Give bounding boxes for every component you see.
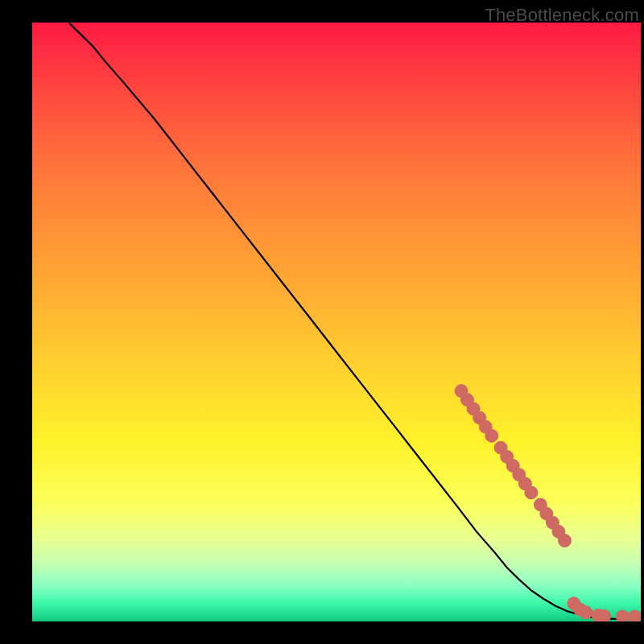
data-point [485, 429, 498, 442]
data-point [616, 610, 629, 621]
markers-group [455, 385, 641, 621]
chart-svg [32, 23, 641, 621]
data-point [525, 486, 538, 499]
plot-area [32, 23, 641, 621]
data-point [628, 610, 641, 621]
data-point [580, 606, 592, 619]
data-point [598, 609, 611, 621]
data-point [559, 535, 572, 547]
chart-container: TheBottleneck.com [0, 0, 644, 644]
